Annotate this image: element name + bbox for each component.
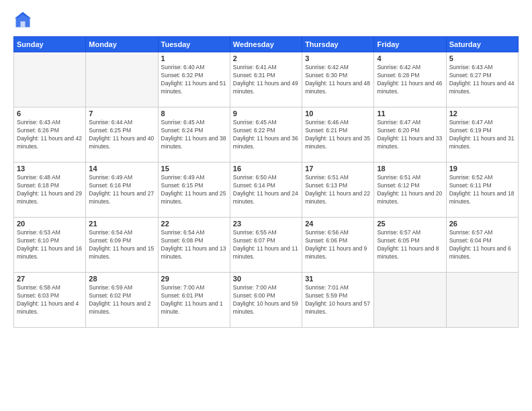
day-number: 21: [89, 220, 154, 228]
calendar-cell: [374, 273, 446, 328]
day-number: 11: [377, 109, 443, 118]
day-number: 10: [305, 109, 371, 118]
cell-details: Sunrise: 7:00 AMSunset: 6:01 PMDaylight:…: [161, 284, 227, 316]
calendar-cell: 25Sunrise: 6:57 AMSunset: 6:05 PMDayligh…: [374, 218, 446, 273]
cell-details: Sunrise: 6:59 AMSunset: 6:02 PMDaylight:…: [89, 284, 154, 316]
calendar-cell: 14Sunrise: 6:49 AMSunset: 6:16 PMDayligh…: [86, 163, 158, 218]
week-row-1: 1Sunrise: 6:40 AMSunset: 6:32 PMDaylight…: [14, 52, 519, 107]
day-number: 28: [89, 275, 154, 283]
calendar-cell: 9Sunrise: 6:45 AMSunset: 6:22 PMDaylight…: [230, 107, 302, 163]
calendar-cell: 5Sunrise: 6:43 AMSunset: 6:27 PMDaylight…: [446, 52, 518, 107]
cell-details: Sunrise: 6:54 AMSunset: 6:08 PMDaylight:…: [161, 229, 227, 261]
cell-details: Sunrise: 6:45 AMSunset: 6:22 PMDaylight:…: [233, 119, 299, 151]
day-number: 19: [449, 165, 515, 173]
day-number: 9: [233, 109, 299, 118]
week-row-5: 27Sunrise: 6:58 AMSunset: 6:03 PMDayligh…: [14, 273, 519, 328]
cell-details: Sunrise: 6:57 AMSunset: 6:05 PMDaylight:…: [377, 229, 443, 261]
cell-details: Sunrise: 6:40 AMSunset: 6:32 PMDaylight:…: [161, 64, 227, 96]
weekday-thursday: Thursday: [302, 37, 374, 52]
cell-details: Sunrise: 7:00 AMSunset: 6:00 PMDaylight:…: [233, 284, 299, 316]
day-number: 25: [377, 220, 443, 228]
calendar-cell: 15Sunrise: 6:49 AMSunset: 6:15 PMDayligh…: [158, 163, 230, 218]
day-number: 4: [377, 54, 443, 62]
weekday-tuesday: Tuesday: [158, 37, 230, 52]
weekday-header-row: SundayMondayTuesdayWednesdayThursdayFrid…: [14, 37, 519, 52]
day-number: 23: [233, 220, 299, 228]
weekday-sunday: Sunday: [14, 37, 86, 52]
cell-details: Sunrise: 6:51 AMSunset: 6:12 PMDaylight:…: [377, 174, 443, 206]
calendar-cell: 26Sunrise: 6:57 AMSunset: 6:04 PMDayligh…: [446, 218, 518, 273]
calendar-cell: 22Sunrise: 6:54 AMSunset: 6:08 PMDayligh…: [158, 218, 230, 273]
cell-details: Sunrise: 6:43 AMSunset: 6:27 PMDaylight:…: [449, 64, 515, 96]
day-number: 13: [17, 165, 83, 173]
day-number: 14: [89, 165, 154, 173]
day-number: 17: [305, 165, 371, 173]
calendar-cell: 6Sunrise: 6:43 AMSunset: 6:26 PMDaylight…: [14, 107, 86, 163]
day-number: 26: [449, 220, 515, 228]
cell-details: Sunrise: 6:48 AMSunset: 6:18 PMDaylight:…: [17, 174, 83, 206]
calendar-cell: 28Sunrise: 6:59 AMSunset: 6:02 PMDayligh…: [86, 273, 158, 328]
day-number: 18: [377, 165, 443, 173]
day-number: 6: [17, 109, 83, 118]
day-number: 30: [233, 275, 299, 283]
calendar-cell: 3Sunrise: 6:42 AMSunset: 6:30 PMDaylight…: [302, 52, 374, 107]
day-number: 27: [17, 275, 83, 283]
cell-details: Sunrise: 6:46 AMSunset: 6:21 PMDaylight:…: [305, 119, 371, 151]
calendar-cell: 24Sunrise: 6:56 AMSunset: 6:06 PMDayligh…: [302, 218, 374, 273]
cell-details: Sunrise: 7:01 AMSunset: 5:59 PMDaylight:…: [305, 284, 371, 316]
day-number: 24: [305, 220, 371, 228]
cell-details: Sunrise: 6:42 AMSunset: 6:28 PMDaylight:…: [377, 64, 443, 96]
calendar-cell: 20Sunrise: 6:53 AMSunset: 6:10 PMDayligh…: [14, 218, 86, 273]
cell-details: Sunrise: 6:47 AMSunset: 6:19 PMDaylight:…: [449, 119, 515, 151]
calendar-cell: [14, 52, 86, 107]
calendar-cell: 29Sunrise: 7:00 AMSunset: 6:01 PMDayligh…: [158, 273, 230, 328]
calendar-cell: [86, 52, 158, 107]
cell-details: Sunrise: 6:41 AMSunset: 6:31 PMDaylight:…: [233, 64, 299, 96]
page: SundayMondayTuesdayWednesdayThursdayFrid…: [0, 0, 532, 411]
day-number: 12: [449, 109, 515, 118]
calendar-cell: [446, 273, 518, 328]
calendar-cell: 27Sunrise: 6:58 AMSunset: 6:03 PMDayligh…: [14, 273, 86, 328]
cell-details: Sunrise: 6:52 AMSunset: 6:11 PMDaylight:…: [449, 174, 515, 206]
calendar-cell: 21Sunrise: 6:54 AMSunset: 6:09 PMDayligh…: [86, 218, 158, 273]
day-number: 15: [161, 165, 227, 173]
weekday-friday: Friday: [374, 37, 446, 52]
week-row-4: 20Sunrise: 6:53 AMSunset: 6:10 PMDayligh…: [14, 218, 519, 273]
cell-details: Sunrise: 6:50 AMSunset: 6:14 PMDaylight:…: [233, 174, 299, 206]
week-row-3: 13Sunrise: 6:48 AMSunset: 6:18 PMDayligh…: [14, 163, 519, 218]
calendar-cell: 7Sunrise: 6:44 AMSunset: 6:25 PMDaylight…: [86, 107, 158, 163]
day-number: 1: [161, 54, 227, 62]
weekday-wednesday: Wednesday: [230, 37, 302, 52]
cell-details: Sunrise: 6:53 AMSunset: 6:10 PMDaylight:…: [17, 229, 83, 261]
cell-details: Sunrise: 6:54 AMSunset: 6:09 PMDaylight:…: [89, 229, 154, 261]
calendar-cell: 11Sunrise: 6:47 AMSunset: 6:20 PMDayligh…: [374, 107, 446, 163]
day-number: 8: [161, 109, 227, 118]
cell-details: Sunrise: 6:43 AMSunset: 6:26 PMDaylight:…: [17, 119, 83, 151]
calendar-cell: 12Sunrise: 6:47 AMSunset: 6:19 PMDayligh…: [446, 107, 518, 163]
cell-details: Sunrise: 6:45 AMSunset: 6:24 PMDaylight:…: [161, 119, 227, 151]
weekday-saturday: Saturday: [446, 37, 518, 52]
logo: [13, 11, 35, 30]
calendar-cell: 16Sunrise: 6:50 AMSunset: 6:14 PMDayligh…: [230, 163, 302, 218]
cell-details: Sunrise: 6:49 AMSunset: 6:16 PMDaylight:…: [89, 174, 154, 206]
cell-details: Sunrise: 6:55 AMSunset: 6:07 PMDaylight:…: [233, 229, 299, 261]
calendar-cell: 4Sunrise: 6:42 AMSunset: 6:28 PMDaylight…: [374, 52, 446, 107]
calendar-cell: 2Sunrise: 6:41 AMSunset: 6:31 PMDaylight…: [230, 52, 302, 107]
calendar-cell: 19Sunrise: 6:52 AMSunset: 6:11 PMDayligh…: [446, 163, 518, 218]
calendar-table: SundayMondayTuesdayWednesdayThursdayFrid…: [13, 36, 519, 328]
calendar-cell: 13Sunrise: 6:48 AMSunset: 6:18 PMDayligh…: [14, 163, 86, 218]
logo-icon: [13, 11, 32, 30]
calendar-cell: 23Sunrise: 6:55 AMSunset: 6:07 PMDayligh…: [230, 218, 302, 273]
cell-details: Sunrise: 6:42 AMSunset: 6:30 PMDaylight:…: [305, 64, 371, 96]
calendar-cell: 10Sunrise: 6:46 AMSunset: 6:21 PMDayligh…: [302, 107, 374, 163]
cell-details: Sunrise: 6:51 AMSunset: 6:13 PMDaylight:…: [305, 174, 371, 206]
day-number: 16: [233, 165, 299, 173]
cell-details: Sunrise: 6:56 AMSunset: 6:06 PMDaylight:…: [305, 229, 371, 261]
day-number: 7: [89, 109, 154, 118]
calendar-header: SundayMondayTuesdayWednesdayThursdayFrid…: [14, 37, 519, 52]
weekday-monday: Monday: [86, 37, 158, 52]
svg-rect-2: [21, 21, 26, 28]
day-number: 20: [17, 220, 83, 228]
calendar-body: 1Sunrise: 6:40 AMSunset: 6:32 PMDaylight…: [14, 52, 519, 328]
cell-details: Sunrise: 6:49 AMSunset: 6:15 PMDaylight:…: [161, 174, 227, 206]
